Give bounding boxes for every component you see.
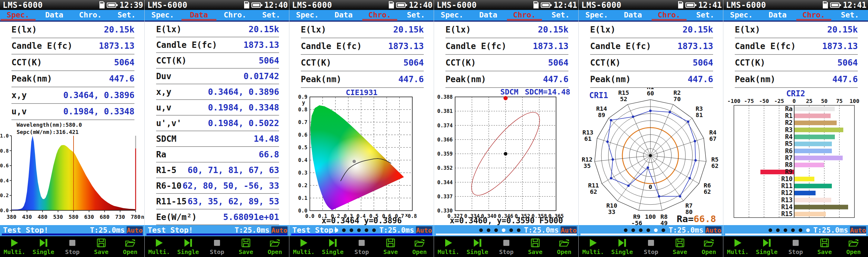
save-button[interactable]: Save <box>376 236 405 257</box>
page-dot <box>661 228 665 232</box>
svg-text:0.4: 0.4 <box>0 178 9 184</box>
tab-data[interactable]: Data <box>615 10 651 21</box>
svg-text:0.7: 0.7 <box>298 119 307 125</box>
title-bar-right: 12:40 <box>388 0 433 10</box>
row-value: 20.15k <box>683 25 713 35</box>
save-button[interactable]: Save <box>521 236 550 257</box>
auto-mode-badge[interactable]: Auto <box>271 226 287 234</box>
tab-set[interactable]: Set. <box>253 10 289 21</box>
save-button[interactable]: Save <box>231 236 260 257</box>
multi-button[interactable]: Multi. <box>434 236 463 257</box>
toolbar-button-label: Save <box>673 248 687 256</box>
row-label: E(lx) <box>735 25 760 35</box>
stop-button[interactable]: Stop <box>347 236 376 257</box>
row-label: Candle E(fc) <box>445 41 506 51</box>
tab-bar: Spec.DataChro.Set. <box>434 10 579 22</box>
auto-mode-badge[interactable]: Auto <box>561 226 577 234</box>
readout-row: R11-1563, 35, 62, 89, 53 <box>156 194 279 210</box>
single-button[interactable]: Single <box>29 236 58 257</box>
tab-spec[interactable]: Spec. <box>145 10 181 21</box>
integration-time: T:25.0ms <box>669 226 704 234</box>
open-button[interactable]: Open <box>694 236 723 257</box>
single-button[interactable]: Single <box>318 236 347 257</box>
stop-button[interactable]: Stop <box>58 236 87 257</box>
stop-button[interactable]: Stop <box>492 236 521 257</box>
save-button[interactable]: Save <box>810 236 839 257</box>
tab-set[interactable]: Set. <box>832 10 868 21</box>
active-tab-underline <box>1 19 36 21</box>
tab-data[interactable]: Data <box>36 10 72 21</box>
tab-spec[interactable]: Spec. <box>434 10 470 21</box>
auto-mode-badge[interactable]: Auto <box>127 226 143 234</box>
multi-button[interactable]: Multi. <box>723 236 752 257</box>
tab-spec[interactable]: Spec. <box>723 10 760 21</box>
multi-button[interactable]: Multi. <box>579 236 608 257</box>
tab-chro[interactable]: Chro. <box>362 10 398 21</box>
save-button[interactable]: Save <box>665 236 694 257</box>
status-bar: T:25.0ms Auto <box>434 225 579 236</box>
svg-text:75: 75 <box>836 98 843 104</box>
screen-panel: LMS-6000 12:40 Spec.DataChro.Set. E(lx)2… <box>289 0 434 257</box>
open-button[interactable]: Open <box>405 236 434 257</box>
svg-text:0: 0 <box>649 183 652 190</box>
page-dot <box>791 228 795 232</box>
tab-spec[interactable]: Spec. <box>0 10 36 21</box>
open-button[interactable]: Open <box>116 236 145 257</box>
tab-chro[interactable]: Chro. <box>217 10 253 21</box>
open-button[interactable]: Open <box>550 236 579 257</box>
row-label: CCT(K) <box>156 56 187 66</box>
save-button[interactable]: Save <box>87 236 116 257</box>
tab-data[interactable]: Data <box>470 10 506 21</box>
multi-button[interactable]: Multi. <box>0 236 29 257</box>
open-button[interactable]: Open <box>260 236 289 257</box>
title-bar: LMS-6000 12:40 <box>145 0 289 10</box>
single-button[interactable]: Single <box>608 236 637 257</box>
open-button[interactable]: Open <box>839 236 868 257</box>
clock: 12:41 <box>843 1 867 10</box>
tab-data[interactable]: Data <box>326 10 362 21</box>
single-button[interactable]: Single <box>752 236 781 257</box>
row-label: Candle E(fc) <box>735 41 796 51</box>
tab-data[interactable]: Data <box>760 10 796 21</box>
stop-button[interactable]: Stop <box>637 236 665 257</box>
app-title: LMS-6000 <box>147 1 187 10</box>
row-label: u',v' <box>156 118 181 128</box>
tab-set[interactable]: Set. <box>687 10 723 21</box>
auto-mode-badge[interactable]: Auto <box>705 226 721 234</box>
toolbar: Multi.SingleStopSaveOpen <box>0 236 145 257</box>
tab-chro[interactable]: Chro. <box>651 10 687 21</box>
svg-text:x=0.3460, y=0.3590 F5000: x=0.3460, y=0.3590 F5000 <box>450 216 563 225</box>
tab-chro[interactable]: Chro. <box>506 10 542 21</box>
svg-text:R1: R1 <box>785 112 793 119</box>
tab-spec[interactable]: Spec. <box>579 10 615 21</box>
auto-mode-badge[interactable]: Auto <box>850 226 866 234</box>
multi-button[interactable]: Multi. <box>289 236 318 257</box>
toolbar-button-label: Open <box>412 248 427 256</box>
svg-text:x=0.3464 y=0.3896: x=0.3464 y=0.3896 <box>321 216 402 225</box>
tab-set[interactable]: Set. <box>542 10 579 21</box>
svg-text:0.381: 0.381 <box>437 108 453 114</box>
multi-button[interactable]: Multi. <box>145 236 174 257</box>
row-value: 447.6 <box>398 74 424 84</box>
active-tab-underline <box>652 19 687 21</box>
readout-rows: E(lx)20.15kCandle E(fc)1873.13CCT(K)5064… <box>0 22 145 120</box>
svg-text:Ra=66.8: Ra=66.8 <box>677 213 716 224</box>
tab-data[interactable]: Data <box>181 10 217 21</box>
toolbar-button-label: Open <box>268 248 282 256</box>
toolbar-button-label: Save <box>383 248 398 256</box>
tab-chro[interactable]: Chro. <box>72 10 108 21</box>
tab-spec[interactable]: Spec. <box>289 10 326 21</box>
tab-set[interactable]: Set. <box>398 10 434 21</box>
open-folder-icon <box>704 238 714 248</box>
stop-button[interactable]: Stop <box>203 236 231 257</box>
tab-chro[interactable]: Chro. <box>796 10 832 21</box>
readout-row: E(lx)20.15k <box>301 22 424 38</box>
single-button[interactable]: Single <box>463 236 492 257</box>
tab-set[interactable]: Set. <box>108 10 145 21</box>
single-button[interactable]: Single <box>174 236 203 257</box>
auto-mode-badge[interactable]: Auto <box>416 226 432 234</box>
open-folder-icon <box>848 238 859 248</box>
toolbar: Multi.SingleStopSaveOpen <box>289 236 434 257</box>
svg-text:R8: R8 <box>785 161 793 169</box>
stop-button[interactable]: Stop <box>781 236 810 257</box>
